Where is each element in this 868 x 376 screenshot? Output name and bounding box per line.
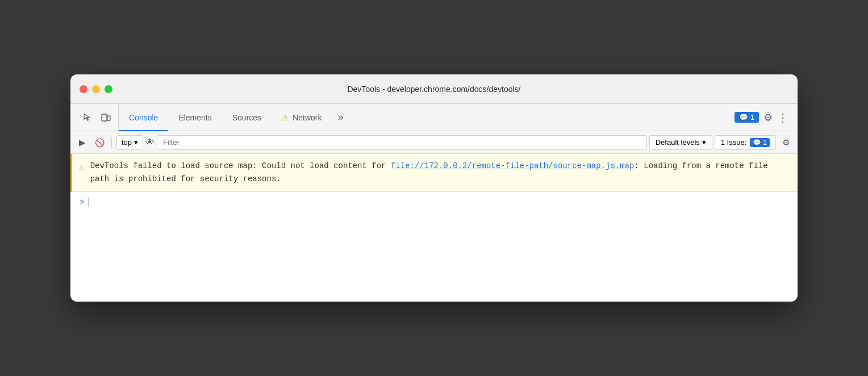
title-bar: DevTools - developer.chrome.com/docs/dev… bbox=[70, 74, 798, 104]
tab-sources[interactable]: Sources bbox=[222, 105, 272, 131]
kebab-menu-icon[interactable]: ⋮ bbox=[777, 111, 788, 124]
feedback-badge[interactable]: 💬 1 bbox=[735, 112, 759, 123]
toolbar-right-group: 💬 1 ⚙ ⋮ bbox=[730, 104, 793, 131]
devtools-window: DevTools - developer.chrome.com/docs/dev… bbox=[70, 74, 798, 302]
svg-rect-1 bbox=[107, 116, 110, 120]
more-tabs-button[interactable]: » bbox=[332, 104, 349, 131]
traffic-lights bbox=[80, 85, 112, 93]
window-title: DevTools - developer.chrome.com/docs/dev… bbox=[347, 85, 520, 94]
inspect-icon[interactable] bbox=[80, 110, 95, 126]
warning-file-link[interactable]: file://172.0.0.2/remote-file-path/source… bbox=[391, 161, 634, 170]
console-content: ⚠ DevTools failed to load source map: Co… bbox=[70, 154, 798, 302]
console-toolbar: ▶ 🚫 top ▾ 👁 Default levels ▾ 1 Issue: 💬 … bbox=[70, 131, 798, 154]
issue-icon: 💬 bbox=[753, 139, 761, 147]
maximize-button[interactable] bbox=[105, 85, 112, 93]
tab-list: Console Elements Sources ⚠ Network » bbox=[119, 104, 730, 131]
context-selector[interactable]: top ▾ bbox=[116, 135, 143, 150]
live-expressions-icon[interactable]: 👁 bbox=[145, 137, 155, 148]
warning-message: ⚠ DevTools failed to load source map: Co… bbox=[70, 154, 798, 192]
log-levels-button[interactable]: Default levels ▾ bbox=[649, 135, 712, 150]
settings-icon[interactable]: ⚙ bbox=[763, 111, 773, 124]
device-icon[interactable] bbox=[98, 110, 114, 126]
console-settings-icon[interactable]: ⚙ bbox=[778, 135, 793, 150]
tab-network[interactable]: ⚠ Network bbox=[272, 105, 332, 131]
svg-rect-0 bbox=[102, 114, 107, 121]
prompt-arrow-icon: > bbox=[80, 198, 84, 207]
issues-button[interactable]: 1 Issue: 💬 1 bbox=[715, 135, 776, 150]
cursor-blink bbox=[89, 198, 89, 207]
issue-count-badge: 💬 1 bbox=[750, 138, 770, 147]
warning-text-before-link: DevTools failed to load source map: Coul… bbox=[90, 161, 391, 170]
minimize-button[interactable] bbox=[92, 85, 100, 93]
toolbar-icon-group bbox=[75, 104, 119, 131]
warning-triangle-icon: ⚠ bbox=[79, 161, 85, 186]
context-dropdown-icon: ▾ bbox=[134, 138, 138, 147]
network-warning-icon: ⚠ bbox=[282, 113, 289, 122]
feedback-icon: 💬 bbox=[739, 113, 748, 122]
console-input-line[interactable] bbox=[89, 198, 89, 207]
console-prompt: > bbox=[70, 192, 798, 212]
close-button[interactable] bbox=[80, 85, 87, 93]
log-levels-dropdown-icon: ▾ bbox=[702, 138, 706, 147]
tab-console[interactable]: Console bbox=[119, 105, 168, 131]
main-toolbar: Console Elements Sources ⚠ Network » 💬 1… bbox=[70, 104, 798, 131]
warning-text-body: DevTools failed to load source map: Coul… bbox=[90, 160, 788, 186]
separator-1 bbox=[111, 137, 112, 148]
filter-input[interactable] bbox=[157, 135, 647, 150]
clear-console-icon[interactable]: 🚫 bbox=[92, 135, 107, 150]
tab-elements[interactable]: Elements bbox=[168, 105, 222, 131]
run-script-icon[interactable]: ▶ bbox=[75, 135, 90, 150]
